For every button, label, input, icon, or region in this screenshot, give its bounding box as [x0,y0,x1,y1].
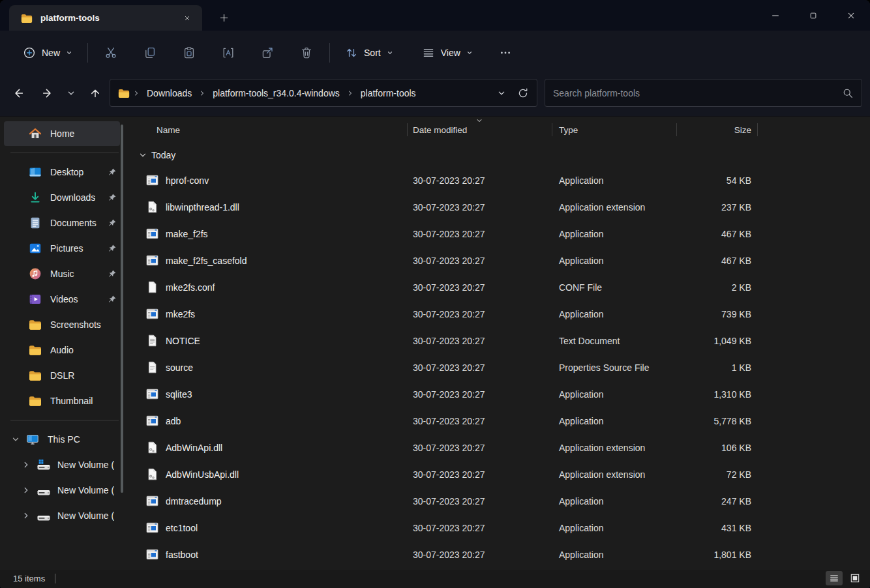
sidebar-item-downloads[interactable]: Downloads [4,185,120,210]
sort-button[interactable]: Sort [338,41,400,65]
file-type: Application extension [552,469,677,480]
sidebar-item-pictures[interactable]: Pictures [4,236,120,261]
toolbar-divider [87,43,88,63]
column-header-date-modified[interactable]: Date modified [408,117,552,143]
window-controls [757,0,870,31]
documents-icon [29,216,42,229]
sidebar-item-screenshots[interactable]: Screenshots [4,312,120,337]
breadcrumb-platform-tools-r34[interactable]: platform-tools_r34.0.4-windows [209,86,344,100]
chevron-right-icon[interactable] [21,511,31,520]
file-row[interactable]: NOTICE 30-07-2023 20:27 Text Document 1,… [130,327,870,354]
file-row[interactable]: source 30-07-2023 20:27 Properties Sourc… [130,354,870,381]
column-header-type[interactable]: Type [552,117,677,143]
large-icons-view-button[interactable] [847,571,863,585]
close-button[interactable] [832,0,870,31]
command-band: New Sort View [0,31,870,117]
app-icon [146,548,158,561]
file-row[interactable]: mke2fs.conf 30-07-2023 20:27 CONF File 2… [130,274,870,301]
sidebar-item-thumbnail[interactable]: Thumbnail [4,389,120,413]
file-row[interactable]: hprof-conv 30-07-2023 20:27 Application … [130,167,870,194]
new-button-label: New [42,48,60,58]
file-size: 1,049 KB [677,336,758,346]
file-row[interactable]: AdbWinUsbApi.dll 30-07-2023 20:27 Applic… [130,461,870,488]
file-name: dmtracedump [166,496,222,507]
column-header-size[interactable]: Size [677,117,758,143]
file-row[interactable]: mke2fs 30-07-2023 20:27 Application 739 … [130,301,870,327]
view-button[interactable]: View [415,41,480,65]
chevron-down-icon[interactable] [10,435,21,444]
up-button[interactable] [83,81,107,105]
app-icon [146,415,158,427]
new-button[interactable]: New [16,41,80,65]
new-tab-button[interactable] [214,8,233,27]
file-row[interactable]: AdbWinApi.dll 30-07-2023 20:27 Applicati… [130,434,870,461]
paste-button[interactable] [174,40,204,66]
sort-indicator-icon [475,117,483,125]
minimize-button[interactable] [757,0,794,31]
sidebar-item-desktop[interactable]: Desktop [4,160,120,184]
breadcrumb-platform-tools[interactable]: platform-tools [357,86,420,100]
sidebar-item-videos[interactable]: Videos [4,287,120,312]
copy-button[interactable] [135,40,165,66]
sidebar-item-label: Videos [50,294,78,304]
main-area: Home Desktop Downloads Documents Picture… [0,117,870,570]
cut-button[interactable] [96,40,126,66]
sidebar-item-label: Home [50,128,74,139]
sidebar-item-label: New Volume ( [57,460,114,470]
breadcrumb-downloads[interactable]: Downloads [143,86,196,100]
share-button[interactable] [252,40,282,66]
rename-button[interactable] [213,40,243,66]
sidebar-divider [10,420,119,420]
file-row[interactable]: make_f2fs 30-07-2023 20:27 Application 4… [130,220,870,247]
sidebar-scrollbar[interactable] [121,125,123,493]
file-row[interactable]: fastboot 30-07-2023 20:27 Application 1,… [130,541,870,568]
back-button[interactable] [7,81,31,105]
sidebar-item-drive[interactable]: New Volume ( [4,452,125,477]
file-row[interactable]: libwinpthread-1.dll 30-07-2023 20:27 App… [130,194,870,220]
delete-button[interactable] [292,40,322,66]
search-input[interactable] [553,88,842,98]
details-view-button[interactable] [826,571,843,585]
address-dropdown-icon[interactable] [496,88,507,98]
file-row[interactable]: etc1tool 30-07-2023 20:27 Application 43… [130,514,870,541]
chevron-right-icon[interactable] [21,486,31,495]
sidebar-item-label: Screenshots [50,319,101,330]
file-type: Application [552,550,677,560]
file-row[interactable]: make_f2fs_casefold 30-07-2023 20:27 Appl… [130,247,870,274]
details-view-icon [829,573,839,583]
app-icon [146,388,158,400]
sort-button-label: Sort [364,48,381,58]
chevron-right-icon[interactable] [21,460,31,469]
file-row[interactable]: dmtracedump 30-07-2023 20:27 Application… [130,488,870,514]
app-icon [146,495,158,507]
group-header-today[interactable]: Today [130,143,870,167]
sidebar-item-this-pc[interactable]: This PC [4,427,120,452]
sidebar-item-music[interactable]: Music [4,261,120,286]
recent-locations-button[interactable] [59,81,83,105]
sidebar-item-audio[interactable]: Audio [4,338,120,362]
view-icon [422,46,435,59]
more-options-button[interactable] [490,40,520,66]
app-icon [146,174,158,186]
file-date-modified: 30-07-2023 20:27 [408,443,552,453]
app-icon [146,308,158,320]
search-box[interactable] [545,79,862,107]
sidebar-item-drive[interactable]: New Volume ( [4,503,125,528]
refresh-icon[interactable] [517,87,529,99]
file-row[interactable]: adb 30-07-2023 20:27 Application 5,778 K… [130,407,870,434]
sidebar-item-documents[interactable]: Documents [4,211,120,235]
sidebar-divider [10,153,119,153]
file-name: AdbWinUsbApi.dll [166,469,239,480]
sidebar-item-drive[interactable]: New Volume ( [4,478,125,503]
maximize-button[interactable] [794,0,832,31]
file-date-modified: 30-07-2023 20:27 [408,416,552,426]
file-row[interactable]: sqlite3 30-07-2023 20:27 Application 1,3… [130,381,870,407]
rename-icon [222,46,235,59]
sidebar-item-dslr[interactable]: DSLR [4,363,120,388]
sidebar-item-home[interactable]: Home [4,121,120,146]
column-header-name[interactable]: Name [130,117,408,143]
tab-close-button[interactable] [179,10,196,27]
explorer-tab[interactable]: platform-tools [9,5,202,31]
address-bar[interactable]: Downloads platform-tools_r34.0.4-windows… [110,79,537,107]
forward-button[interactable] [35,81,59,105]
